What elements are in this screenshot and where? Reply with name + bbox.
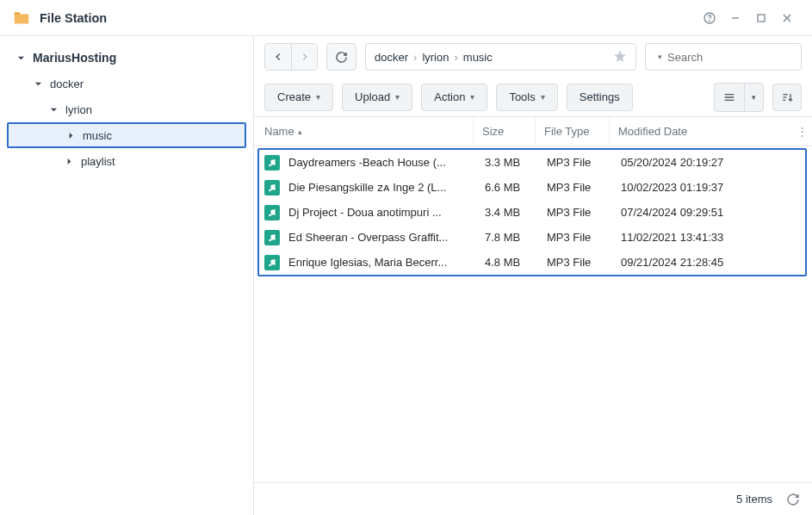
svg-point-22 [269,264,271,266]
view-dropdown-button[interactable]: ▾ [744,84,763,111]
tree-item-lyrion[interactable]: lyrion [0,96,253,122]
nav-forward-button[interactable] [291,44,317,70]
music-file-icon [264,180,280,195]
file-type: MP3 File [538,231,612,244]
tree-item-label: playlist [81,155,115,168]
nav-toolbar: docker › lyrion › music ▾ [254,36,812,78]
file-date: 09/21/2024 21:28:45 [612,256,805,269]
nav-back-button[interactable] [265,44,291,70]
music-file-icon [264,255,280,270]
tree-item-playlist[interactable]: playlist [0,148,253,174]
svg-point-20 [269,239,271,241]
item-count: 5 items [736,493,772,506]
svg-point-14 [269,164,271,166]
status-bar: 5 items [254,482,812,515]
main-panel: docker › lyrion › music ▾ Create▾ Upload… [254,36,812,515]
file-name: Die Piesangskille ᴢᴀ Inge 2 (L... [288,181,476,194]
column-header-type[interactable]: File Type [535,117,609,146]
file-size: 3.4 MB [476,206,538,219]
music-file-icon [264,230,280,245]
table-row[interactable]: Ed Sheeran - Overpass Graffit...7.8 MBMP… [259,225,805,250]
file-name: Enrique Iglesias, Maria Becerr... [288,256,476,269]
file-date: 11/02/2021 13:41:33 [612,231,805,244]
column-header-size[interactable]: Size [473,117,535,146]
breadcrumb-item[interactable]: lyrion [422,51,449,64]
chevron-right-icon: › [413,51,417,64]
tree-item-label: docker [50,78,84,90]
column-header-date[interactable]: Modified Date [609,117,791,146]
file-size: 4.8 MB [476,256,538,269]
file-type: MP3 File [538,181,612,194]
close-button[interactable] [774,5,800,31]
table-row[interactable]: Daydreamers -Beach House (...3.3 MBMP3 F… [259,150,805,175]
file-name: Daydreamers -Beach House (... [288,156,476,169]
list-view-button[interactable] [715,84,744,111]
file-date: 05/20/2024 20:19:27 [612,156,805,169]
help-button[interactable] [697,5,722,31]
svg-point-18 [269,214,271,216]
column-header-row: Name▴ Size File Type Modified Date ⋮ [254,117,812,146]
tools-button[interactable]: Tools▾ [496,84,557,111]
svg-point-21 [273,238,276,240]
app-folder-icon [12,9,31,28]
file-size: 3.3 MB [476,156,538,169]
sort-asc-icon: ▴ [298,127,302,136]
column-options-button[interactable]: ⋮ [791,125,812,138]
svg-rect-3 [758,15,765,22]
table-row[interactable]: Die Piesangskille ᴢᴀ Inge 2 (L...6.6 MBM… [259,175,805,200]
upload-button[interactable]: Upload▾ [342,84,412,111]
minimize-button[interactable] [722,5,748,31]
caret-down-icon [15,53,26,63]
file-type: MP3 File [538,206,612,219]
settings-button[interactable]: Settings [567,84,633,111]
action-toolbar: Create▾ Upload▾ Action▾ Tools▾ Settings … [254,78,812,117]
caret-down-icon[interactable]: ▾ [658,53,662,61]
breadcrumb: docker › lyrion › music [365,43,636,71]
tree-item-music[interactable]: music [7,122,246,148]
refresh-button[interactable] [326,43,356,71]
tree-root[interactable]: MariusHosting [0,45,253,71]
sort-button[interactable] [772,84,802,111]
search-input[interactable] [667,51,812,64]
music-file-icon [264,205,280,220]
create-button[interactable]: Create▾ [264,84,333,111]
maximize-button[interactable] [748,5,774,31]
file-type: MP3 File [538,156,612,169]
svg-point-17 [273,188,276,190]
caret-down-icon [48,104,59,115]
folder-tree: MariusHosting dockerlyrionmusicplaylist [0,36,254,515]
titlebar: File Station [0,0,812,36]
app-title: File Station [40,11,697,25]
svg-point-1 [710,21,710,22]
svg-point-16 [269,189,271,191]
status-refresh-button[interactable] [786,493,800,506]
caret-right-icon [65,130,76,140]
favorite-star-icon[interactable] [613,49,627,65]
breadcrumb-item[interactable]: music [463,51,493,64]
tree-item-docker[interactable]: docker [0,71,253,96]
breadcrumb-item[interactable]: docker [375,51,408,64]
file-name: Ed Sheeran - Overpass Graffit... [288,231,476,244]
file-size: 7.8 MB [476,231,538,244]
action-button[interactable]: Action▾ [421,84,487,111]
chevron-right-icon: › [454,51,457,64]
svg-point-19 [273,213,276,215]
search-box[interactable]: ▾ [645,43,802,71]
file-type: MP3 File [538,256,612,269]
caret-right-icon [64,156,74,166]
file-date: 10/02/2023 01:19:37 [612,181,805,194]
file-table: Name▴ Size File Type Modified Date ⋮ Day… [254,117,812,482]
caret-down-icon [33,78,43,89]
column-header-name[interactable]: Name▴ [264,117,473,146]
file-size: 6.6 MB [476,181,538,194]
file-name: Dj Project - Doua anotimpuri ... [288,206,476,219]
tree-item-label: music [83,129,112,142]
file-date: 07/24/2024 09:29:51 [612,206,805,219]
table-row[interactable]: Dj Project - Doua anotimpuri ...3.4 MBMP… [259,200,805,225]
svg-point-23 [273,263,276,265]
svg-point-15 [273,163,276,165]
tree-item-label: lyrion [65,103,92,116]
table-row[interactable]: Enrique Iglesias, Maria Becerr...4.8 MBM… [259,250,805,275]
music-file-icon [264,155,280,171]
